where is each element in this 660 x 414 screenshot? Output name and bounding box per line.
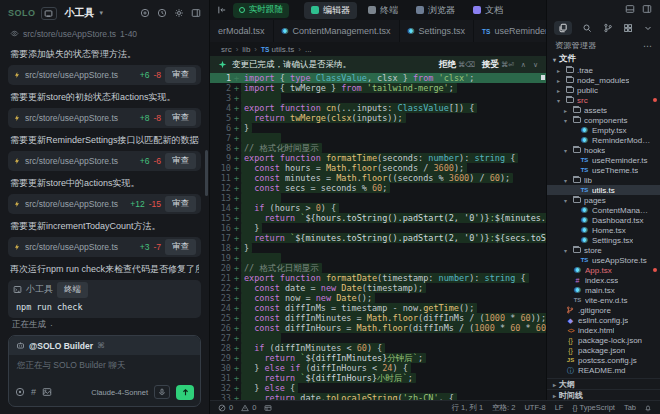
- status-item[interactable]: {}TypeScript: [572, 403, 614, 412]
- editor-tab[interactable]: TSuseReminder.ts: [474, 20, 546, 42]
- file-change-card[interactable]: src/store/useAppStore.ts+6-8审查: [8, 65, 201, 85]
- model-selector[interactable]: Claude-4-Sonnet: [91, 388, 148, 397]
- status-item[interactable]: LF: [555, 403, 564, 412]
- status-item[interactable]: 空格: 2: [492, 403, 515, 413]
- tree-file-Dashboard.tsx[interactable]: ◉Dashboard.tsx: [547, 215, 660, 225]
- bell-icon[interactable]: [644, 404, 652, 412]
- tree-folder-components[interactable]: ▾components: [547, 115, 660, 125]
- view-tab-浏览器[interactable]: 浏览器: [409, 2, 462, 19]
- review-button[interactable]: 审查: [165, 196, 196, 212]
- chevron-down-icon[interactable]: ▾: [100, 9, 104, 17]
- file-change-card[interactable]: src/store/useAppStore.ts+3-7审查: [8, 237, 201, 257]
- mic-icon[interactable]: [154, 385, 170, 399]
- chat-input-box[interactable]: @SOLO Builder ⌘ 您正在与 SOLO Builder 聊天 # C…: [8, 335, 201, 407]
- status-item[interactable]: UTF-8: [524, 403, 545, 412]
- review-button[interactable]: 审查: [165, 153, 196, 169]
- ide-toggle-icon[interactable]: [41, 7, 57, 20]
- status-item[interactable]: Tab: [624, 403, 636, 412]
- tree-file-package-lock.json[interactable]: {}package-lock.json: [547, 335, 660, 345]
- more-actions-icon[interactable]: ⋯: [643, 41, 652, 51]
- tree-file-useTheme.ts[interactable]: TSuseTheme.ts: [547, 165, 660, 175]
- image-attach-icon[interactable]: [42, 387, 52, 397]
- new-chat-icon[interactable]: [140, 8, 150, 18]
- tree-file-ReminderModal.tsx[interactable]: ◉ReminderModal.tsx: [547, 135, 660, 145]
- section-大纲[interactable]: ▸大纲: [547, 378, 660, 389]
- editor-tab[interactable]: erModal.tsx: [210, 20, 274, 42]
- breadcrumb-item[interactable]: lib: [242, 45, 250, 54]
- review-button[interactable]: 审查: [165, 67, 196, 83]
- breadcrumb-item[interactable]: TS utils.ts: [261, 45, 294, 54]
- review-button[interactable]: 审查: [165, 239, 196, 255]
- tree-folder-src[interactable]: ▾src: [547, 95, 660, 105]
- ports-icon[interactable]: [264, 404, 272, 412]
- chat-scrollbar[interactable]: [205, 150, 208, 196]
- tree-file-eslint.config.js[interactable]: ◆eslint.config.js: [547, 315, 660, 325]
- view-tab-终端[interactable]: 终端: [361, 2, 405, 19]
- agent-name[interactable]: @SOLO Builder: [29, 341, 93, 351]
- problems-warnings[interactable]: 0: [241, 403, 256, 412]
- open-terminal-button[interactable]: 终端: [57, 282, 88, 298]
- prev-change-icon[interactable]: ∧: [521, 61, 526, 69]
- panel-title[interactable]: 小工具: [65, 6, 95, 20]
- tree-file-.gitignore[interactable]: .gitignore: [547, 305, 660, 315]
- tree-folder-.trae[interactable]: ▸.trae: [547, 65, 660, 75]
- tree-file-tailwind.config.js[interactable]: JStailwind.config.js: [547, 375, 660, 378]
- section-时间线[interactable]: ▸时间线: [547, 389, 660, 400]
- breadcrumb-item[interactable]: src: [221, 45, 232, 54]
- tree-file-useReminder.ts[interactable]: TSuseReminder.ts: [547, 155, 660, 165]
- toggle-sidebar-icon[interactable]: [642, 4, 652, 14]
- tree-folder-lib[interactable]: ▾lib: [547, 175, 660, 185]
- view-tab-编辑器[interactable]: 编辑器: [304, 2, 357, 19]
- tree-file-main.tsx[interactable]: ◉main.tsx: [547, 285, 660, 295]
- accept-button[interactable]: 接受⌘⏎: [482, 59, 514, 71]
- tree-file-package.json[interactable]: {}package.json: [547, 345, 660, 355]
- reject-button[interactable]: 拒绝⌘⌫: [439, 59, 475, 71]
- file-change-card[interactable]: src/store/useAppStore.ts+6-6审查: [8, 151, 201, 171]
- next-change-icon[interactable]: ∨: [533, 61, 538, 69]
- live-follow-badge[interactable]: 实时跟随: [233, 3, 289, 18]
- review-button[interactable]: 审查: [165, 110, 196, 126]
- toggle-panel-icon[interactable]: [625, 4, 635, 14]
- code-editor[interactable]: 1+import { type ClassValue, clsx } from …: [210, 73, 546, 400]
- send-button[interactable]: [176, 385, 194, 400]
- search-icon[interactable]: [582, 23, 592, 33]
- history-icon[interactable]: [157, 8, 167, 18]
- status-item[interactable]: 行 1, 列 1: [451, 403, 483, 413]
- settings-gear-icon[interactable]: [174, 8, 184, 18]
- tree-file-postcss.config.js[interactable]: JSpostcss.config.js: [547, 355, 660, 365]
- tree-folder-public[interactable]: ▸public: [547, 85, 660, 95]
- tree-folder-node_modules[interactable]: ▸node_modules: [547, 75, 660, 85]
- tree-folder-store[interactable]: ▾store: [547, 245, 660, 255]
- context-icon[interactable]: [15, 387, 25, 397]
- editor-tab[interactable]: ◉ContentManagement.tsx: [274, 20, 400, 42]
- file-change-card[interactable]: src/store/useAppStore.ts+8-8审查: [8, 108, 201, 128]
- extensions-icon[interactable]: [623, 23, 633, 33]
- problems-errors[interactable]: 0: [218, 403, 233, 412]
- explorer-files-icon[interactable]: [554, 21, 572, 35]
- file-change-card[interactable]: src/store/useAppStore.ts+12-15审查: [8, 194, 201, 214]
- tree-file-Empty.tsx[interactable]: ◉Empty.tsx: [547, 125, 660, 135]
- tree-folder-pages[interactable]: ▾pages: [547, 195, 660, 205]
- tree-file-utils.ts[interactable]: TSutils.ts: [547, 185, 660, 195]
- tree-folder-assets[interactable]: ▸assets: [547, 105, 660, 115]
- chat-input-area[interactable]: 您正在与 SOLO Builder 聊天: [9, 355, 200, 382]
- command-hash-icon[interactable]: #: [31, 387, 36, 397]
- chevron-down-icon[interactable]: [643, 23, 653, 33]
- source-control-icon[interactable]: [603, 23, 613, 33]
- editor-tab[interactable]: ◉Settings.tsx: [400, 20, 475, 42]
- tree-file-Settings.tsx[interactable]: ◉Settings.tsx: [547, 235, 660, 245]
- tree-file-README.md[interactable]: ⓘREADME.md: [547, 365, 660, 375]
- tree-file-vite-env.d.ts[interactable]: TSvite-env.d.ts: [547, 295, 660, 305]
- layout-icon[interactable]: [191, 8, 201, 18]
- tree-file-index.html[interactable]: <>index.html: [547, 325, 660, 335]
- breadcrumb-item[interactable]: ...: [305, 45, 312, 54]
- context-file-row[interactable]: src/store/useAppStore.ts 1-40: [0, 26, 209, 41]
- tree-file-index.css[interactable]: #index.css: [547, 275, 660, 285]
- collapse-panel-icon[interactable]: [217, 5, 227, 15]
- tree-file-App.tsx[interactable]: ◉App.tsx: [547, 265, 660, 275]
- tree-file-useAppStore.ts[interactable]: TSuseAppStore.ts: [547, 255, 660, 265]
- terminal-command-card[interactable]: 小工具终端npm run check: [8, 280, 201, 318]
- workspace-root[interactable]: ▾ 文件: [547, 53, 660, 65]
- tree-file-ContentManagement.tsx[interactable]: ◉ContentManagement.tsx: [547, 205, 660, 215]
- tree-folder-hooks[interactable]: ▾hooks: [547, 145, 660, 155]
